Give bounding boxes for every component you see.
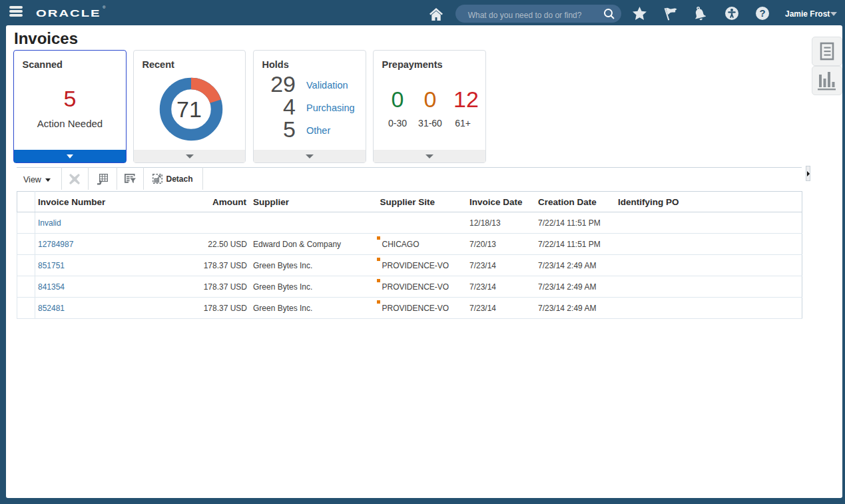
svg-text:?: ?	[759, 7, 765, 19]
